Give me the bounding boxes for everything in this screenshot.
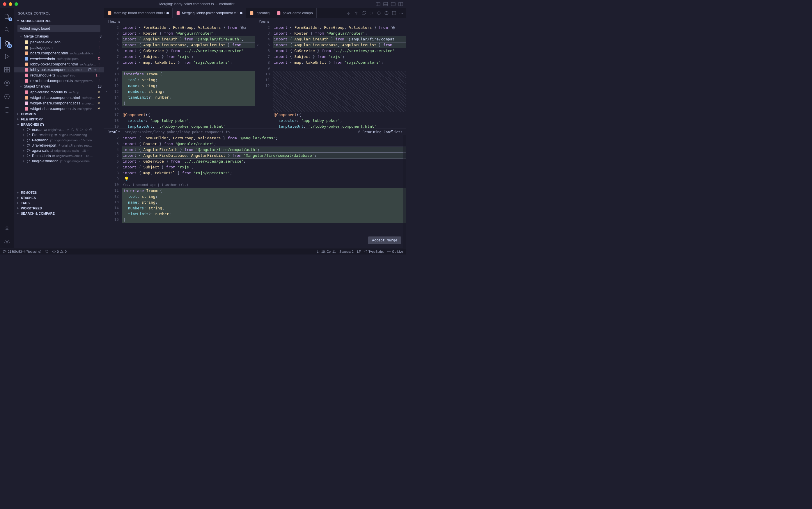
file-item[interactable]: board.component.htmlsrc/app/dashboa…! [14,50,104,56]
branch-item[interactable]: master ⇄ origin/ma… ☆ [14,127,104,132]
file-name: package.json [30,45,53,50]
run-debug-icon[interactable] [0,50,14,62]
accept-check-icon[interactable]: ✓ [255,43,259,47]
section-remotes[interactable]: REMOTES [14,190,104,195]
branch-item[interactable]: Pre-rendering ⇄ origin/Pre-rendering · … [14,132,104,138]
svg-point-57 [29,150,30,151]
nav-up-icon[interactable] [354,11,359,15]
minimap[interactable] [403,135,406,248]
extensions-icon[interactable] [0,64,14,76]
more-icon[interactable]: ⋯ [399,11,403,15]
panel-left-icon[interactable] [376,2,380,6]
svg-point-79 [389,251,389,252]
editor-tab[interactable]: Merging: board.component.html ! [104,8,172,18]
editor-tab[interactable]: .gitconfig [246,8,273,18]
accept-check-icon[interactable]: ✓ [104,89,108,94]
file-item[interactable]: lobby-poker.component.htmlsrc/app/p…! [14,61,104,67]
branch-item[interactable]: agora-calls ⇄ origin/agora-calls · 16 m… [14,148,104,153]
problems-status[interactable]: 0 0 [52,249,67,253]
indentation[interactable]: Spaces: 2 [339,250,354,253]
add-icon[interactable] [93,68,97,72]
search-icon[interactable] [0,24,14,35]
merge-changes-header[interactable]: Merge Changes 8 [14,33,104,39]
branch-item[interactable]: Retro-labels ⇄ origin/Retro-labels · 18 … [14,153,104,159]
cursor-position[interactable]: Ln 10, Col 11 [317,250,336,253]
globe-icon[interactable] [89,128,93,132]
maximize-window[interactable] [14,2,18,6]
close-window[interactable] [3,2,6,6]
staged-changes-header[interactable]: Staged Changes 13 [14,83,104,89]
window-controls [3,2,18,6]
section-stashes[interactable]: STASHES [14,195,104,200]
section-commits[interactable]: COMMITS [14,111,104,116]
svg-point-36 [27,128,28,129]
file-path: src/app/p… [79,63,96,66]
section-file-history[interactable]: FILE HISTORY [14,116,104,122]
editor-tab[interactable]: poker-game.compo [273,8,316,18]
file-item[interactable]: app-routing.module.tssrc/appM [14,89,104,95]
database-icon[interactable] [0,104,14,116]
file-item[interactable]: lobby-poker.component.tssrc/a…! [14,67,104,72]
nav-down-icon[interactable] [346,11,351,15]
file-name: widget-share.component.ts [30,106,76,111]
svg-point-53 [27,146,28,147]
circle-icon[interactable] [369,11,374,15]
branch-item[interactable]: Jira-retro-report ⇄ origin/Jira-retro-re… [14,143,104,148]
settings-gear-icon[interactable] [0,236,14,248]
source-control-icon[interactable]: 21 [0,37,14,49]
go-live[interactable]: Go Live [387,249,403,253]
file-item[interactable]: retro-board.component.tssrc/app/retro/…! [14,78,104,83]
branch-icon [27,128,31,132]
svg-rect-31 [25,79,28,82]
theirs-code[interactable]: import { FormBuilder, FormGroup, Validat… [122,25,255,129]
account-icon[interactable] [0,223,14,235]
gitlens-icon[interactable] [0,77,14,89]
sync-status[interactable] [45,249,48,253]
panel-right-icon[interactable] [391,2,395,6]
thunder-icon[interactable] [0,91,14,102]
branch-icon [27,149,31,153]
file-item[interactable]: widget-share.component.htmlsrc/app…M [14,95,104,100]
window-title: Merging: lobby-poker.component.ts — meth… [159,2,234,6]
file-item[interactable]: package.json! [14,45,104,50]
file-item[interactable]: widget-share.component.tssrc/app/da…M [14,106,104,111]
layout-customize-icon[interactable] [398,2,403,6]
section-search-compare[interactable]: SEARCH & COMPARE [14,211,104,216]
refresh-icon[interactable] [361,11,366,15]
file-item[interactable]: retro-boards.tssrc/app/helpersD [14,56,104,61]
explorer-icon[interactable]: 1 [0,10,14,22]
svg-rect-16 [5,70,7,72]
refresh-icon[interactable] [71,128,74,132]
split-icon[interactable] [392,11,396,15]
layout-controls [376,2,403,6]
file-item[interactable]: widget-share.component.scsssrc/app…M [14,100,104,106]
star-icon[interactable]: ☆ [85,128,88,132]
yours-code[interactable]: import { FormBuilder, FormGroup, Validat… [273,25,406,129]
compare-icon[interactable] [66,128,70,132]
branch-create-icon[interactable] [80,128,84,132]
result-code[interactable]: import { FormBuilder, FormGroup, Validat… [122,135,406,248]
panel-bottom-icon[interactable] [383,2,388,6]
file-item[interactable]: retro.module.tssrc/app/retro1, ! [14,72,104,78]
svg-point-50 [27,141,28,142]
section-branches[interactable]: BRANCHES (7) [14,122,104,127]
eol[interactable]: LF [357,250,361,253]
more-icon[interactable]: ⋯ [97,11,100,15]
open-file-icon[interactable] [88,68,92,72]
editor-tab[interactable]: Merging: lobby-poker.component.ts ! [172,8,246,18]
branch-item[interactable]: magic-estimation ⇄ origin/magic-estim… [14,159,104,164]
accept-merge-button[interactable]: Accept Merge [368,236,401,244]
graph-icon[interactable] [75,128,79,132]
section-source-control[interactable]: SOURCE CONTROL [14,18,104,24]
language-mode[interactable]: { }TypeScript [364,250,384,253]
circle2-icon[interactable] [377,11,381,15]
section-worktrees[interactable]: WORKTREES [14,206,104,211]
globe-icon[interactable] [384,11,389,15]
branch-item[interactable]: Pagination ⇄ origin/Pagination · 15 mon… [14,138,104,143]
commit-message-input[interactable]: Added magic board [18,25,100,32]
svg-point-22 [6,227,8,229]
file-item[interactable]: package-lock.json! [14,39,104,45]
section-tags[interactable]: TAGS [14,200,104,206]
branch-status[interactable]: 21309c53+! (Rebasing) [3,249,41,253]
minimize-window[interactable] [9,2,12,6]
